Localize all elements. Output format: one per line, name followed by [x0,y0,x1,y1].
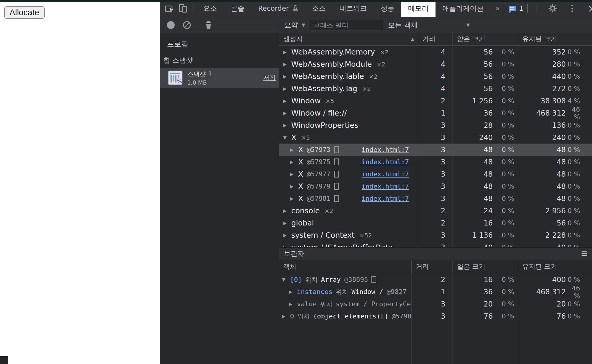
distance-cell: 3 [418,119,452,131]
constructor-name: Window [291,97,321,105]
distance-column-header[interactable]: 거리 [411,260,452,273]
tab-sources[interactable]: 소스 [305,0,333,17]
constructor-name: global [291,219,314,227]
expand-collapsed-icon[interactable]: ▶ [283,86,291,91]
tab-network[interactable]: 네트워크 [333,0,374,17]
instance-count: ×5 [301,134,310,141]
more-tabs-button[interactable]: » [490,4,505,13]
constructor-row[interactable]: ▶WebAssembly.Memory×24560 %3520 % [279,46,592,58]
constructor-name: console [291,206,320,215]
retainer-row[interactable]: ▶instances위치Window /@98271360 %468 31246… [279,286,592,298]
constructor-row[interactable]: ▶WindowProperties3280 %1360 % [279,119,592,131]
constructor-row[interactable]: ▶Window / file://1360 %468 31246 % [279,107,592,119]
close-devtools-button[interactable]: × [585,2,592,15]
source-link[interactable]: index.html:7 [362,195,409,202]
inspect-element-button[interactable] [163,2,176,15]
heap-object-row[interactable]: ▶X@57981index.html:73480 %480 % [279,192,592,205]
tab-memory[interactable]: 메모리 [401,0,436,17]
save-snapshot-link[interactable]: 저장 [263,74,276,82]
expand-collapsed-icon[interactable]: ▶ [283,233,291,238]
retainer-row[interactable]: ▼[0]위치Array@386952160 %4000 % [279,273,592,286]
heap-object-row[interactable]: ▶X@57979index.html:73480 %480 % [279,180,592,192]
retained-size-column-header[interactable]: 유지된 크기 [518,33,592,45]
expand-collapsed-icon[interactable]: ▶ [290,147,298,153]
retained-size-cell: 760 % [518,310,592,322]
expand-collapsed-icon[interactable]: ▶ [283,98,291,104]
constructor-row[interactable]: ▼X×532400 %2400 % [279,131,592,144]
expand-collapsed-icon[interactable]: ▶ [283,123,291,128]
expand-collapsed-icon[interactable]: ▶ [283,111,291,116]
constructor-row[interactable]: ▶global2160 %560 % [279,217,592,229]
expand-open-icon[interactable]: ▼ [282,277,290,282]
expand-open-icon[interactable]: ▼ [283,135,291,140]
shallow-size-column-header[interactable]: 얕은 크기 [452,33,518,45]
constructor-row[interactable]: ▶WebAssembly.Module×24560 %2800 % [279,58,592,70]
object-column-header[interactable]: 객체 [279,260,411,273]
settings-button[interactable] [546,2,560,15]
constructor-row[interactable]: ▶system / JSArrayBufferData3400 %400 % [279,241,592,247]
distance-cell: 2 [418,95,452,107]
tab-performance[interactable]: 성능 [374,0,401,17]
expand-collapsed-icon[interactable]: ▶ [290,159,298,165]
expand-collapsed-icon[interactable]: ▶ [283,49,291,55]
retainer-row[interactable]: ▶0위치(object elements)[]@579833760 %760 % [279,310,592,322]
retained-size-column-header[interactable]: 유지된 크기 [518,260,592,273]
expand-collapsed-icon[interactable]: ▶ [289,289,297,295]
clear-profiles-button[interactable] [183,21,191,29]
retained-size-cell: 2400 % [518,131,592,144]
constructor-column-header[interactable]: 생성자 ▲ [279,33,418,45]
source-link[interactable]: index.html:7 [362,170,409,178]
expand-collapsed-icon[interactable]: ▶ [283,220,291,226]
more-options-button[interactable] [565,2,579,15]
constructor-name: WebAssembly.Table [291,72,364,81]
source-link[interactable]: index.html:7 [362,158,409,166]
distance-column-header[interactable]: 거리 [418,33,452,45]
heap-object-row[interactable]: ▶X@57977index.html:73480 %480 % [279,168,592,180]
retainer-row[interactable]: ▶value위치system / PropertyCell3200 %200 % [279,298,592,310]
retained-size-cell: 400 % [518,241,592,247]
source-link[interactable]: index.html:7 [362,146,409,153]
column-title: 객체 [283,262,296,271]
source-link[interactable]: index.html:7 [362,183,409,190]
constructor-row[interactable]: ▶system / Context×5231 1360 %2 2280 % [279,229,592,241]
tab-label: 소스 [312,4,326,13]
expand-collapsed-icon[interactable]: ▶ [283,245,291,248]
snapshot-icon: % [168,71,182,85]
tab-recorder[interactable]: Recorder [251,0,305,17]
record-heap-snapshot-button[interactable] [167,21,175,29]
expand-collapsed-icon[interactable]: ▶ [283,208,291,214]
shallow-size-column-header[interactable]: 얕은 크기 [452,260,518,273]
svg-text:%: % [177,79,182,85]
perspective-select[interactable]: 요약 ▼ [284,17,305,33]
expand-collapsed-icon[interactable]: ▶ [283,62,291,67]
snapshot-item[interactable]: % 스냅샷 1 1.0 MB 저장 [160,68,279,88]
expand-collapsed-icon[interactable]: ▶ [290,196,298,201]
object-scope-select[interactable]: 모든 객체 ▼ [388,17,470,33]
allocate-button[interactable]: Allocate [4,6,45,19]
expand-collapsed-icon[interactable]: ▶ [283,74,291,79]
flask-icon [292,4,298,12]
constructor-grid-header: 생성자 ▲ 거리 얕은 크기 유지된 크기 [279,33,592,46]
tab-application[interactable]: 애플리케이션 [436,0,490,17]
shallow-size-cell: 480 % [452,144,518,156]
heap-object-row[interactable]: ▶X@57975index.html:73480 %480 % [279,156,592,168]
feedback-button[interactable]: 1 [505,3,528,14]
expand-collapsed-icon[interactable]: ▶ [282,314,290,319]
delete-snapshot-button[interactable] [204,21,213,31]
tab-console[interactable]: 콘솔 [224,0,251,17]
constructor-row[interactable]: ▶WebAssembly.Table×24560 %4400 % [279,70,592,83]
column-title: 거리 [422,35,436,43]
class-filter-input[interactable] [310,20,383,30]
tab-elements[interactable]: 요소 [196,0,224,17]
distance-cell: 4 [418,46,452,58]
device-toolbar-button[interactable] [176,2,190,15]
constructor-row[interactable]: ▶console×22240 %2 9560 % [279,205,592,217]
heap-object-row[interactable]: ▶X@57973index.html:73480 %480 % [279,144,592,156]
expand-collapsed-icon[interactable]: ▶ [289,301,297,307]
hamburger-menu-icon[interactable] [582,251,587,256]
constructor-row[interactable]: ▶WebAssembly.Tag×24560 %2720 % [279,83,592,95]
expand-collapsed-icon[interactable]: ▶ [290,172,298,177]
constructor-row[interactable]: ▶Window×521 2560 %38 3084 % [279,95,592,107]
expand-collapsed-icon[interactable]: ▶ [290,184,298,189]
device-toolbar-icon [178,3,188,13]
